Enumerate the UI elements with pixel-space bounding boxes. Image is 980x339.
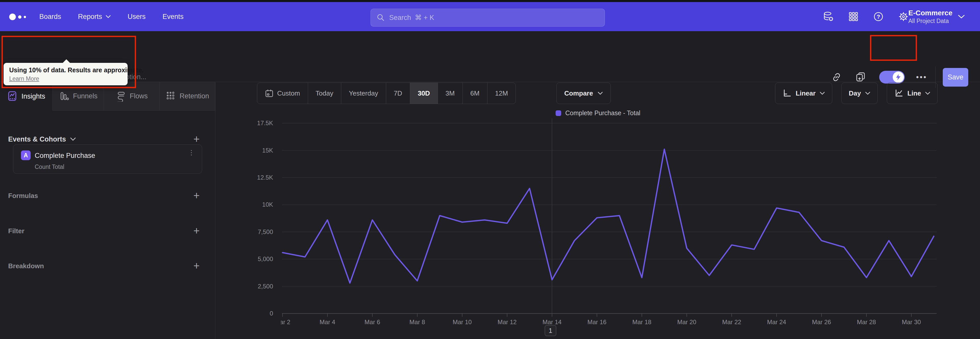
y-tick-label: 0 [237, 309, 273, 318]
range-today[interactable]: Today [308, 83, 341, 104]
nav-item-reports[interactable]: Reports [78, 13, 111, 21]
settings-gear-icon[interactable] [898, 11, 909, 22]
x-tick-label: Mar 20 [677, 318, 697, 325]
search-input[interactable] [389, 14, 599, 22]
x-tick-label: Mar 22 [722, 318, 741, 325]
x-tick-label: Mar 4 [320, 318, 335, 325]
event-name: Complete Purchase [35, 152, 95, 160]
y-tick-label: 2,500 [237, 282, 273, 291]
x-tick-label: Mar 14 [542, 318, 562, 325]
tab-label: Funnels [73, 92, 97, 100]
interval-selector[interactable]: Day [842, 83, 878, 104]
svg-text:?: ? [877, 14, 880, 20]
learn-more-link[interactable]: Learn More [9, 75, 122, 82]
legend-label: Complete Purchase - Total [565, 109, 640, 117]
funnels-icon [59, 91, 69, 102]
tab-retention[interactable]: Retention [159, 82, 215, 110]
chart-legend[interactable]: Complete Purchase - Total [555, 109, 640, 117]
nav-item-label: Events [162, 13, 184, 21]
tab-flows[interactable]: Flows [104, 82, 159, 110]
range-3m[interactable]: 3M [438, 83, 463, 104]
y-tick-label: 10K [237, 200, 273, 209]
search-bar[interactable] [371, 9, 605, 27]
x-tick-label: Mar 18 [632, 318, 652, 325]
linear-axis-icon [783, 89, 792, 98]
lightning-bolt-icon [893, 72, 904, 83]
range-label: 3M [445, 90, 455, 98]
events-cohorts-header[interactable]: Events & Cohorts [8, 135, 76, 143]
range-30d[interactable]: 30D [410, 83, 438, 104]
nav-item-events[interactable]: Events [162, 13, 184, 21]
app-window: BoardsReportsUsersEvents ? E-Commerce Al… [0, 0, 980, 339]
x-tick-label: Mar 10 [453, 318, 472, 325]
chart-type-selector[interactable]: Line [887, 83, 938, 104]
range-label: Custom [277, 90, 300, 98]
section-label: Filter [8, 227, 24, 235]
range-custom[interactable]: Custom [257, 83, 308, 104]
chevron-down-icon [106, 15, 111, 18]
range-label: Today [316, 90, 333, 98]
y-tick-label: 5,000 [237, 255, 273, 263]
y-tick-label: 15K [237, 146, 273, 155]
event-card-complete-purchase[interactable]: A Complete Purchase Count Total ⋮ [13, 144, 202, 174]
x-tick-label: Mar 2 [281, 318, 290, 325]
chart-type-label: Line [907, 90, 921, 98]
chart-view-controls: Linear Day Line [775, 83, 938, 104]
add-filter-button[interactable]: + [191, 225, 202, 237]
events-cohorts-label: Events & Cohorts [8, 135, 66, 143]
nav-icon-group: ? [823, 2, 909, 31]
save-button[interactable]: Save [943, 68, 968, 86]
x-tick-label: Mar 28 [857, 318, 876, 325]
tab-label: Retention [180, 92, 209, 100]
event-kebab-menu[interactable]: ⋮ [188, 151, 195, 155]
event-letter-badge: A [21, 150, 30, 160]
x-tick-label: Mar 8 [409, 318, 425, 325]
project-switcher[interactable]: E-Commerce All Project Data [908, 2, 965, 31]
top-strip [0, 0, 980, 2]
help-icon[interactable]: ? [873, 11, 884, 22]
pagination-page-1[interactable]: 1 [545, 325, 556, 336]
tab-funnels[interactable]: Funnels [52, 82, 104, 110]
range-7d[interactable]: 7D [386, 83, 410, 104]
nav-item-boards[interactable]: Boards [39, 13, 61, 21]
chevron-down-icon [70, 138, 76, 141]
nav-item-label: Users [127, 13, 146, 21]
add-breakdown-button[interactable]: + [191, 260, 202, 272]
add-event-button[interactable]: + [191, 134, 202, 145]
data-management-icon[interactable] [823, 11, 834, 22]
sampling-toggle[interactable] [879, 71, 905, 83]
top-nav: BoardsReportsUsersEvents ? E-Commerce Al… [0, 2, 980, 31]
x-tick-label: Mar 26 [812, 318, 831, 325]
apps-grid-icon[interactable] [848, 11, 859, 22]
series-line[interactable] [283, 149, 934, 283]
tooltip-arrow [62, 59, 70, 63]
compare-button[interactable]: Compare [556, 83, 611, 104]
y-tick-label: 7,500 [237, 228, 273, 236]
share-link-icon[interactable] [831, 71, 842, 83]
more-options-button[interactable]: ••• [916, 73, 927, 82]
chevron-down-icon [865, 92, 870, 95]
insights-icon [7, 91, 18, 102]
mixpanel-logo-icon[interactable] [9, 13, 32, 21]
sidebar-section-filter: Filter+ [8, 225, 202, 237]
add-formulas-button[interactable]: + [191, 190, 202, 201]
event-metric[interactable]: Count Total [35, 163, 64, 170]
tab-label: Insights [21, 93, 45, 101]
nav-item-label: Boards [39, 13, 61, 21]
range-6m[interactable]: 6M [463, 83, 487, 104]
sidebar-section-breakdown: Breakdown+ [8, 260, 202, 272]
nav-item-users[interactable]: Users [127, 13, 146, 21]
range-12m[interactable]: 12M [487, 83, 516, 104]
line-chart[interactable]: Mar 2Mar 4Mar 6Mar 8Mar 10Mar 12Mar 14Ma… [281, 116, 942, 331]
tab-insights[interactable]: Insights [0, 82, 52, 110]
range-yesterday[interactable]: Yesterday [341, 83, 386, 104]
scale-selector[interactable]: Linear [775, 83, 832, 104]
add-to-board-icon[interactable] [855, 71, 866, 83]
section-label: Breakdown [8, 262, 44, 270]
line-chart-icon [894, 89, 904, 98]
range-label: 30D [418, 90, 430, 98]
search-icon [376, 13, 385, 22]
range-label: 7D [394, 90, 402, 98]
range-label: Yesterday [349, 90, 378, 98]
tooltip-text: Using 10% of data. Results are approxima… [9, 66, 122, 74]
